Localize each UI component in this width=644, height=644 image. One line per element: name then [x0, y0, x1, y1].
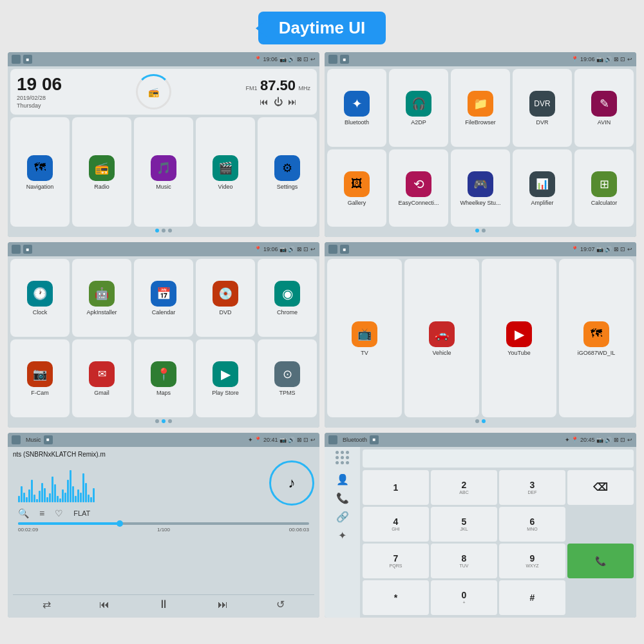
- home-icon-3[interactable]: [12, 245, 21, 254]
- app-settings[interactable]: ⚙ Settings: [258, 117, 317, 227]
- key-7[interactable]: 7 PQRS: [363, 544, 429, 578]
- app-vehicle[interactable]: 🚗 Vehicle: [404, 259, 479, 417]
- progress-track[interactable]: [18, 522, 309, 525]
- screen-4-apps: ■ 📍 19:07 📷 🔊 ⊠ ⊡ ↩ 📺 TV 🚗 Vehicle ▶ You…: [325, 242, 636, 427]
- key-5[interactable]: 5 JKL: [431, 507, 497, 542]
- app-fcam[interactable]: 📷 F-Cam: [10, 339, 70, 417]
- bt-dot: [341, 451, 344, 454]
- prev-icon[interactable]: ⏮: [260, 97, 269, 107]
- key-sub: GHI: [392, 527, 399, 531]
- app-gallery[interactable]: 🖼 Gallery: [327, 149, 386, 227]
- dialer-display[interactable]: [363, 450, 634, 468]
- app-clock[interactable]: 🕐 Clock: [10, 259, 70, 337]
- gmail-icon: ✉: [89, 361, 115, 387]
- app-avin[interactable]: ✎ AVIN: [574, 69, 634, 147]
- app-label: Vehicle: [432, 350, 451, 357]
- screen-6-content: 👤 📞 🔗 ✦ 1 2 ABC 3 D: [325, 447, 636, 618]
- music-disc: ♪: [269, 460, 314, 506]
- track-info: 1/100: [157, 527, 170, 533]
- status-time-6: ✦ 📍 20:45 📷 🔊 ⊠ ⊡ ↩: [565, 437, 632, 443]
- search-icon[interactable]: 🔍: [18, 508, 29, 518]
- playstore-icon: ▶: [213, 361, 238, 387]
- status-time-3: 📍 19:06 📷 🔊 ⊠ ⊡ ↩: [254, 246, 316, 252]
- app-dvr[interactable]: DVR DVR: [513, 69, 572, 147]
- app-tpms[interactable]: ⊙ TPMS: [258, 339, 317, 417]
- lock-icon: ■: [23, 55, 32, 64]
- key-2[interactable]: 2 ABC: [431, 470, 497, 505]
- lock-icon-2: ■: [340, 55, 349, 64]
- home-icon[interactable]: [12, 55, 21, 64]
- progress-thumb[interactable]: [117, 520, 123, 527]
- header: Daytime UI: [0, 0, 644, 52]
- app-youtube[interactable]: ▶ YouTube: [482, 259, 556, 417]
- app-a2dp[interactable]: 🎧 A2DP: [389, 69, 448, 147]
- app-easyconnect[interactable]: ⟲ EasyConnecti...: [389, 149, 448, 227]
- app-music[interactable]: 🎵 Music: [134, 117, 193, 227]
- favorite-icon[interactable]: ♡: [55, 508, 63, 518]
- radio-freq: 87.50: [260, 77, 296, 93]
- app-label: Settings: [277, 184, 298, 191]
- phone-icon[interactable]: 📞: [336, 492, 349, 504]
- radio-icon: 📻: [148, 87, 159, 97]
- app-calculator[interactable]: ⊞ Calculator: [574, 149, 634, 227]
- music-visualizer: [13, 464, 269, 502]
- key-backspace[interactable]: ⌫: [567, 470, 634, 505]
- key-0[interactable]: 0 +: [431, 580, 497, 615]
- home-icon-2[interactable]: [328, 55, 337, 64]
- dot-2: [482, 229, 486, 232]
- key-4[interactable]: 4 GHI: [363, 507, 429, 542]
- bar: [18, 496, 20, 502]
- next-track-icon[interactable]: ⏭: [218, 599, 228, 611]
- dot-2: [162, 229, 166, 232]
- app-chrome[interactable]: ◉ Chrome: [258, 259, 317, 337]
- key-6[interactable]: 6 MNO: [499, 507, 565, 542]
- app-video[interactable]: 🎬 Video: [196, 117, 255, 227]
- dot-1: [475, 419, 479, 423]
- radio-unit: MHz: [298, 85, 310, 91]
- app-wheelkey[interactable]: 🎮 Wheelkey Stu...: [451, 149, 510, 227]
- repeat-icon[interactable]: ↺: [276, 598, 285, 611]
- app-dvd[interactable]: 💿 DVD: [196, 259, 255, 337]
- app-label: Gallery: [348, 200, 366, 207]
- app-gmail[interactable]: ✉ Gmail: [72, 339, 131, 417]
- key-3[interactable]: 3 DEF: [499, 470, 565, 505]
- link-icon[interactable]: 🔗: [336, 511, 349, 523]
- home-icon-6[interactable]: [328, 435, 337, 444]
- next-icon[interactable]: ⏭: [288, 97, 297, 107]
- app-calendar[interactable]: 📅 Calendar: [134, 259, 193, 337]
- key-main: 9: [530, 553, 535, 564]
- key-call[interactable]: 📞: [567, 544, 634, 578]
- shuffle-icon[interactable]: ⇄: [43, 598, 51, 611]
- person-icon[interactable]: 👤: [336, 473, 349, 486]
- app-label: EasyConnecti...: [398, 200, 439, 207]
- app-navigation[interactable]: 🗺 Navigation: [10, 117, 70, 227]
- app-filebrowser[interactable]: 📁 FileBrowser: [451, 69, 510, 147]
- play-pause-icon[interactable]: ⏸: [158, 598, 169, 611]
- app-label: DVD: [219, 309, 231, 316]
- home-icon-4[interactable]: [328, 245, 337, 254]
- power-icon[interactable]: ⏻: [274, 97, 283, 107]
- home-icon-5[interactable]: [12, 435, 21, 444]
- bar: [85, 483, 87, 502]
- screen-4-content: 📺 TV 🚗 Vehicle ▶ YouTube 🗺 iGO687WD_IL: [325, 256, 636, 427]
- app-amplifier[interactable]: 📊 Amplifier: [513, 149, 572, 227]
- call-icon: 📞: [595, 556, 606, 566]
- key-1[interactable]: 1: [363, 470, 429, 505]
- app-apkinstaller[interactable]: 🤖 ApkInstaller: [72, 259, 131, 337]
- app-playstore[interactable]: ▶ Play Store: [196, 339, 255, 417]
- app-maps[interactable]: 📍 Maps: [134, 339, 193, 417]
- key-star[interactable]: *: [363, 580, 429, 615]
- app-igo[interactable]: 🗺 iGO687WD_IL: [559, 259, 634, 417]
- key-9[interactable]: 9 WXYZ: [499, 544, 565, 578]
- key-hash[interactable]: #: [499, 580, 565, 615]
- lock-icon-3: ■: [23, 245, 32, 254]
- dialer-left-sidebar: 👤 📞 🔗 ✦: [325, 447, 360, 618]
- bluetooth-side-icon[interactable]: ✦: [338, 529, 346, 542]
- app-bluetooth[interactable]: ✦ Bluetooth: [327, 69, 386, 147]
- key-8[interactable]: 8 TUV: [431, 544, 497, 578]
- app-tv[interactable]: 📺 TV: [327, 259, 402, 417]
- prev-track-icon[interactable]: ⏮: [99, 599, 109, 611]
- status-bar-1: ■ 📍 19:06 📷 🔊 ⊠ ⊡ ↩: [8, 52, 319, 66]
- equalizer-icon[interactable]: ≡: [39, 508, 44, 518]
- app-radio[interactable]: 📻 Radio: [72, 117, 131, 227]
